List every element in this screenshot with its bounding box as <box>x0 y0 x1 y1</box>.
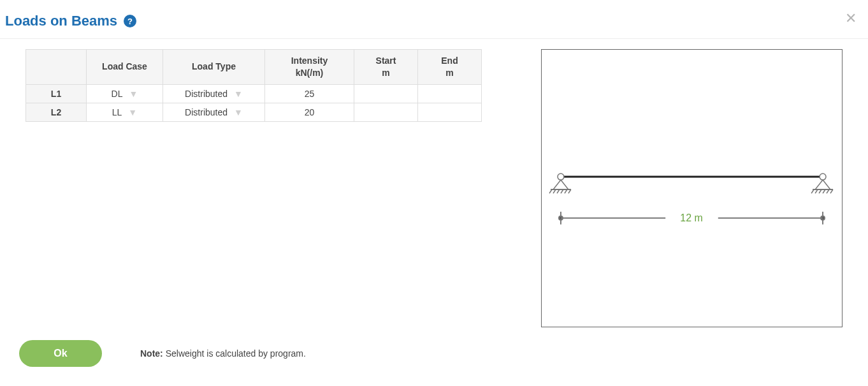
end-cell[interactable] <box>418 103 482 121</box>
col-end-bot: m <box>445 68 453 78</box>
span-dimension-label: 12 m <box>680 212 702 223</box>
chevron-down-icon: ▼ <box>234 89 243 99</box>
page-title: Loads on Beams <box>5 13 117 29</box>
close-icon[interactable]: ✕ <box>845 11 857 26</box>
svg-point-9 <box>820 174 826 180</box>
help-icon[interactable]: ? <box>124 15 136 27</box>
load-case-value: DL <box>112 89 123 99</box>
svg-point-0 <box>558 174 564 180</box>
col-end: End m <box>418 50 482 85</box>
load-case-value: LL <box>112 107 122 117</box>
footnote-label: Note: <box>140 348 163 359</box>
loads-table-container: Load Case Load Type Intensity kN(/m) Sta… <box>25 49 482 122</box>
load-type-select[interactable]: Distributed ▼ <box>163 103 265 121</box>
svg-line-3 <box>549 189 552 193</box>
col-intensity-bot: kN(/m) <box>296 68 324 78</box>
col-start: Start m <box>354 50 418 85</box>
end-cell[interactable] <box>418 84 482 103</box>
load-type-value: Distributed <box>185 89 228 99</box>
col-start-top: Start <box>376 56 396 66</box>
load-case-select[interactable]: LL ▼ <box>87 103 163 121</box>
chevron-down-icon: ▼ <box>129 89 138 99</box>
load-type-value: Distributed <box>185 107 228 117</box>
col-load-case: Load Case <box>87 50 163 85</box>
svg-marker-1 <box>553 180 568 189</box>
intensity-cell[interactable]: 20 <box>265 103 354 121</box>
header-divider <box>0 38 868 39</box>
footnote: Note: Selweight is calculated by program… <box>140 348 306 359</box>
footnote-text: Selweight is calculated by program. <box>166 348 306 359</box>
beam-diagram: 12 m <box>541 49 843 327</box>
load-case-select[interactable]: DL ▼ <box>87 84 163 103</box>
col-load-type: Load Type <box>163 50 265 85</box>
load-type-select[interactable]: Distributed ▼ <box>163 84 265 103</box>
svg-line-12 <box>811 189 814 193</box>
col-end-top: End <box>441 56 458 66</box>
table-row: L1 DL ▼ Distributed ▼ <box>26 84 482 103</box>
chevron-down-icon: ▼ <box>234 107 243 117</box>
col-id <box>26 50 87 85</box>
svg-marker-10 <box>815 180 830 189</box>
col-intensity: Intensity kN(/m) <box>265 50 354 85</box>
chevron-down-icon: ▼ <box>128 107 137 117</box>
intensity-cell[interactable]: 25 <box>265 84 354 103</box>
table-row: L2 LL ▼ Distributed ▼ <box>26 103 482 121</box>
start-cell[interactable] <box>354 103 418 121</box>
dialog-header: Loads on Beams ? <box>0 13 868 38</box>
ok-button[interactable]: Ok <box>19 340 102 367</box>
loads-table: Load Case Load Type Intensity kN(/m) Sta… <box>25 49 482 122</box>
col-intensity-top: Intensity <box>291 56 328 66</box>
row-id: L2 <box>26 103 87 121</box>
start-cell[interactable] <box>354 84 418 103</box>
row-id: L1 <box>26 84 87 103</box>
col-start-bot: m <box>382 68 389 78</box>
